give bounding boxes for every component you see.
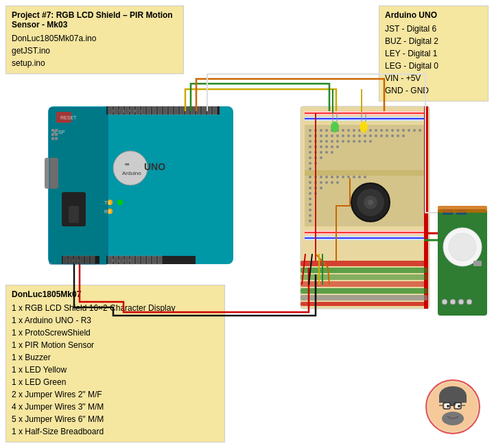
svg-point-146 (336, 176, 339, 178)
breadboard (301, 106, 430, 309)
svg-rect-72 (305, 170, 425, 176)
svg-point-136 (314, 156, 317, 159)
file-3: setup.ino (12, 57, 178, 69)
pin-3: LEY - Digital 1 (385, 47, 482, 60)
parts-list-box: DonLuc1805Mk07 1 x RGB LCD Shield 16×2 C… (5, 285, 225, 443)
pin-1: JST - Digital 6 (385, 23, 482, 35)
svg-point-165 (309, 209, 311, 211)
file-1: DonLuc1805Mk07a.ino (12, 32, 178, 45)
part-8: 2 x Jumper Wires 2" M/F (12, 388, 219, 401)
svg-rect-180 (438, 209, 487, 316)
part-4: 1 x PIR Motion Sensor (12, 339, 219, 351)
part-7: 1 x LED Green (12, 376, 219, 388)
svg-rect-14 (125, 106, 129, 115)
svg-rect-13 (119, 106, 124, 115)
svg-rect-189 (473, 261, 482, 266)
svg-rect-168 (305, 231, 425, 235)
svg-point-92 (413, 129, 416, 132)
svg-rect-31 (106, 256, 196, 264)
svg-point-121 (358, 140, 361, 143)
svg-point-194 (360, 121, 368, 132)
svg-point-78 (336, 129, 339, 132)
svg-point-86 (380, 129, 383, 132)
svg-point-87 (386, 129, 388, 132)
parts-list-title: DonLuc1805Mk07 (12, 290, 219, 299)
svg-rect-18 (147, 106, 151, 115)
arduino-info-title: Arduino UNO (385, 10, 482, 20)
svg-point-74 (314, 129, 317, 132)
svg-point-128 (331, 145, 333, 148)
svg-point-73 (309, 129, 311, 132)
svg-text:POWER: POWER (64, 259, 80, 263)
svg-text:RESET: RESET (60, 115, 77, 120)
svg-point-122 (364, 140, 366, 143)
svg-point-154 (320, 181, 322, 184)
svg-point-145 (331, 176, 333, 178)
svg-point-135 (309, 156, 311, 159)
svg-point-152 (309, 181, 311, 184)
svg-point-167 (309, 220, 311, 222)
svg-point-129 (336, 145, 339, 148)
part-10: 5 x Jumper Wires 6" M/M (12, 413, 219, 425)
svg-text:TX: TX (104, 200, 110, 205)
svg-point-119 (347, 140, 350, 143)
svg-rect-41 (152, 256, 156, 264)
svg-rect-71 (307, 127, 424, 223)
svg-point-191 (331, 121, 339, 132)
svg-rect-47 (74, 256, 78, 264)
svg-point-127 (325, 145, 328, 148)
svg-point-158 (309, 187, 311, 189)
arduino-board: RESET ICSP ∞ Arduino UNO DIGITAL (PWM~) (45, 106, 233, 264)
svg-point-157 (336, 181, 339, 184)
svg-point-79 (342, 129, 344, 132)
svg-point-95 (314, 134, 317, 137)
svg-point-88 (391, 129, 394, 132)
svg-rect-20 (158, 106, 162, 115)
svg-point-75 (320, 129, 322, 132)
svg-point-89 (397, 129, 399, 132)
svg-rect-22 (169, 106, 173, 115)
svg-point-207 (447, 405, 449, 408)
svg-point-113 (314, 140, 317, 143)
part-2: 1 x Arduino UNO - R3 (12, 314, 219, 327)
svg-point-155 (325, 181, 328, 184)
avatar (425, 379, 480, 434)
svg-rect-61 (51, 133, 54, 136)
svg-point-91 (408, 129, 410, 132)
svg-rect-40 (147, 256, 151, 264)
svg-rect-170 (305, 236, 425, 240)
svg-point-101 (347, 134, 350, 137)
svg-rect-190 (438, 206, 487, 213)
part-3: 1 x ProtoScrewShield (12, 327, 219, 339)
svg-rect-25 (185, 106, 189, 115)
svg-point-115 (325, 140, 328, 143)
svg-rect-57 (62, 192, 86, 226)
svg-point-120 (353, 140, 355, 143)
svg-rect-68 (305, 117, 425, 121)
svg-rect-43 (62, 256, 99, 264)
svg-point-84 (369, 129, 372, 132)
svg-rect-45 (63, 256, 67, 264)
svg-rect-33 (108, 256, 113, 264)
svg-point-110 (397, 134, 399, 137)
svg-point-126 (320, 145, 322, 148)
svg-point-151 (364, 176, 366, 178)
part-6: 1 x LED Yellow (12, 364, 219, 376)
svg-point-105 (369, 134, 372, 137)
svg-rect-65 (301, 106, 430, 309)
svg-rect-21 (163, 106, 167, 115)
pir-sensor (438, 206, 487, 316)
svg-point-55 (117, 200, 123, 205)
svg-point-132 (320, 151, 322, 154)
svg-point-162 (314, 192, 317, 195)
svg-point-100 (342, 134, 344, 137)
svg-point-149 (353, 176, 355, 178)
svg-point-131 (314, 151, 317, 154)
svg-point-199 (364, 196, 377, 209)
svg-text:ICSP: ICSP (54, 130, 65, 134)
svg-point-80 (347, 129, 350, 132)
svg-point-156 (331, 181, 333, 184)
svg-point-142 (314, 176, 317, 178)
svg-point-182 (449, 233, 476, 261)
svg-point-102 (353, 134, 355, 137)
